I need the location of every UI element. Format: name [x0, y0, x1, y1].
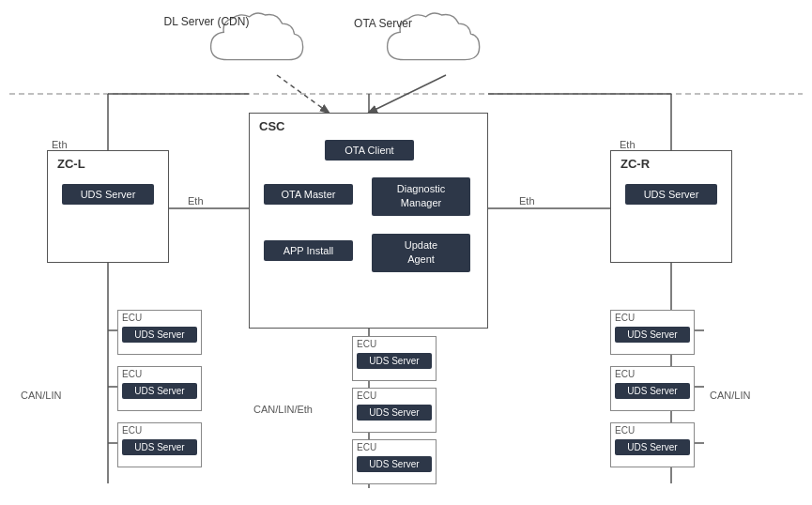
ecu-center-1-label: ECU: [353, 337, 436, 351]
ecu-left-2-server: UDS Server: [122, 383, 197, 399]
app-install-label: APP Install: [283, 245, 334, 256]
update-agent-label: UpdateAgent: [405, 239, 437, 265]
ecu-right-2-label: ECU: [611, 367, 694, 381]
ecu-left-2-label: ECU: [118, 367, 201, 381]
ecu-right-2: ECU UDS Server: [610, 366, 695, 411]
ecu-left-1: ECU UDS Server: [117, 310, 202, 355]
ecu-right-3-server: UDS Server: [615, 439, 690, 455]
zc-r-uds-label: UDS Server: [644, 189, 699, 200]
ota-client-box: OTA Client: [325, 140, 414, 161]
ecu-center-2-label: ECU: [353, 389, 436, 403]
ecu-left-1-label: ECU: [118, 311, 201, 325]
zc-l-uds-label: UDS Server: [81, 189, 136, 200]
architecture-diagram: DL Server (CDN) OTA Server CSC OTA Clien…: [0, 0, 812, 505]
ecu-center-2: ECU UDS Server: [352, 388, 437, 433]
eth-label-left-middle: Eth: [188, 195, 204, 207]
zc-r-uds-box: UDS Server: [625, 184, 717, 205]
ota-master-label: OTA Master: [282, 189, 336, 200]
eth-label-left-top: Eth: [52, 139, 68, 150]
ecu-right-3: ECU UDS Server: [610, 422, 695, 467]
ecu-center-2-server: UDS Server: [357, 405, 432, 421]
ecu-right-1-server: UDS Server: [615, 327, 690, 343]
svg-line-1: [369, 75, 446, 113]
can-lin-eth-center-label: CAN/LIN/Eth: [253, 404, 313, 415]
ecu-left-2: ECU UDS Server: [117, 366, 202, 411]
ota-master-box: OTA Master: [264, 184, 353, 205]
diagnostic-manager-box: DiagnosticManager: [372, 177, 470, 216]
eth-label-right-middle: Eth: [519, 195, 535, 207]
ecu-right-2-server: UDS Server: [615, 383, 690, 399]
ecu-left-3: ECU UDS Server: [117, 422, 202, 467]
ota-client-label: OTA Client: [345, 145, 393, 156]
zc-l-uds-box: UDS Server: [62, 184, 154, 205]
ecu-center-1: ECU UDS Server: [352, 336, 437, 381]
zc-r-box: ZC-R UDS Server: [610, 150, 732, 263]
ecu-center-3-server: UDS Server: [357, 456, 432, 472]
ota-server-cloud: OTA Server: [383, 8, 486, 76]
zc-l-title: ZC-L: [57, 157, 85, 171]
ecu-center-3-label: ECU: [353, 440, 436, 454]
ecu-left-1-server: UDS Server: [122, 327, 197, 343]
update-agent-box: UpdateAgent: [372, 234, 470, 272]
ota-server-label: OTA Server: [327, 17, 439, 32]
ecu-center-3: ECU UDS Server: [352, 439, 437, 484]
ecu-center-1-server: UDS Server: [357, 353, 432, 369]
csc-title: CSC: [259, 119, 284, 133]
eth-label-right-top: Eth: [620, 139, 636, 150]
svg-line-2: [277, 75, 329, 113]
ecu-right-1-label: ECU: [611, 311, 694, 325]
diagnostic-manager-label: DiagnosticManager: [397, 183, 445, 208]
ecu-right-1: ECU UDS Server: [610, 310, 695, 355]
zc-l-box: ZC-L UDS Server: [47, 150, 169, 263]
can-lin-right-label: CAN/LIN: [710, 390, 750, 401]
dl-server-cloud: DL Server (CDN): [207, 8, 310, 76]
app-install-box: APP Install: [264, 240, 353, 261]
zc-r-title: ZC-R: [620, 157, 650, 171]
ecu-left-3-label: ECU: [118, 423, 201, 437]
ecu-right-3-label: ECU: [611, 423, 694, 437]
can-lin-left-label: CAN/LIN: [21, 390, 61, 401]
csc-box: CSC OTA Client OTA Master DiagnosticMana…: [249, 113, 488, 329]
ecu-left-3-server: UDS Server: [122, 439, 197, 455]
dl-server-label: DL Server (CDN): [150, 14, 263, 30]
